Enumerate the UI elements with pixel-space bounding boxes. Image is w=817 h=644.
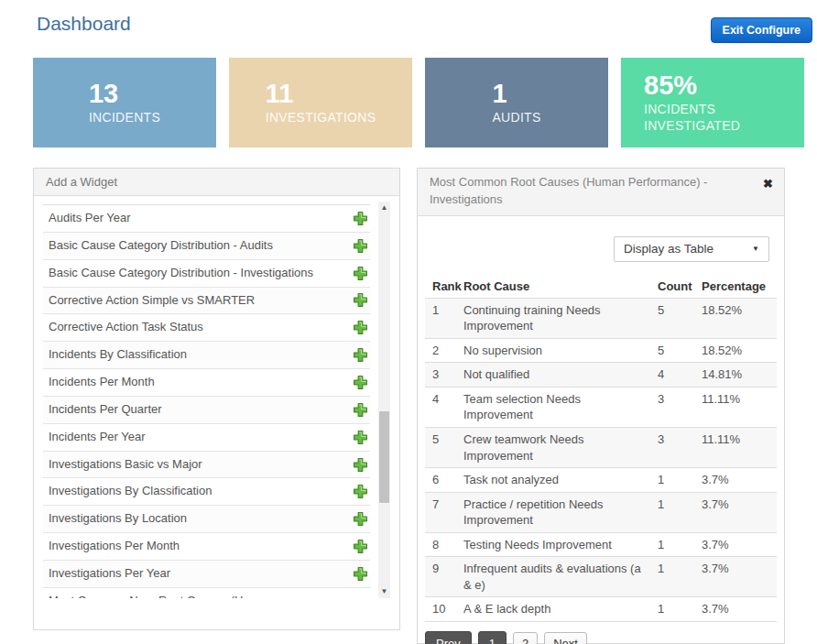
cell-count: 1 [654,468,698,493]
page-title: Dashboard [37,13,131,35]
cell-rank: 6 [425,468,460,493]
column-header-cause: Root Cause [460,275,654,299]
plus-icon[interactable] [353,292,368,308]
widget-list-item: Investigations Basic vs Major [43,452,370,479]
root-causes-panel-body: Display as Table ▼ RankRoot CauseCountPe… [418,216,784,644]
table-row: 1Continuing training Needs Improvement51… [425,298,777,338]
pagination-page-2-button[interactable]: 2 [513,632,538,644]
dropdown-arrow-icon: ▼ [752,245,759,253]
table-row: 5Crew teamwork Needs Improvement311.11% [425,427,777,467]
cell-cause: Team selection Needs Improvement [460,387,654,427]
plus-icon[interactable] [353,539,368,554]
widget-list-item-label: Basic Cause Category Distribution - Inve… [49,265,321,282]
widget-list-item-label: Investigations Per Month [49,538,187,555]
cell-rank: 9 [425,557,460,597]
table-row: 4Team selection Needs Improvement311.11% [425,387,777,427]
cell-pct: 3.7% [698,468,777,493]
cell-rank: 5 [425,427,460,467]
cell-count: 4 [654,363,698,387]
table-row: 2No supervision518.52% [425,338,777,363]
widget-list: Audits Per YearBasic Cause Category Dist… [43,202,370,598]
cell-cause: Task not analyzed [460,468,654,493]
stat-card-content: 11INVESTIGATIONS [266,80,376,126]
widget-list-item: Basic Cause Category Distribution - Inve… [43,260,370,288]
cell-count: 1 [654,597,698,622]
widget-list-item: Investigations Per Month [43,533,370,561]
widget-list-item: Investigations By Classification [43,478,370,506]
cell-pct: 18.52% [698,298,777,338]
close-icon[interactable]: ✖ [763,176,773,193]
widget-list-item: Incidents By Classification [43,342,370,369]
cell-rank: 4 [425,387,460,427]
plus-icon[interactable] [353,320,368,335]
cell-rank: 10 [425,597,460,622]
cell-count: 1 [654,532,698,557]
column-header-count: Count [654,275,698,299]
widget-list-item-label: Corrective Action Simple vs SMARTER [49,292,262,310]
stat-cards: 13INCIDENTS11INVESTIGATIONS1AUDITS85%INC… [33,58,804,147]
widget-list-item-label: Basic Cause Category Distribution - Audi… [49,237,280,255]
widget-list-item: Audits Per Year [43,205,370,233]
scroll-down-icon[interactable]: ▼ [378,585,390,598]
widget-list-item-label: Investigations By Classification [49,483,219,500]
stat-label: INCIDENTS [89,109,160,126]
plus-icon[interactable] [353,430,368,445]
exit-configure-button[interactable]: Exit Configure [711,17,812,43]
widget-list-item-label: Audits Per Year [49,210,138,227]
widget-list-item-label: Most Common Near Root Causes (Human Perf… [49,593,353,598]
cell-count: 3 [654,387,698,427]
display-mode-select[interactable]: Display as Table ▼ [614,236,769,262]
table-row: 10A & E lack depth13.7% [425,597,777,622]
cell-rank: 7 [425,492,460,532]
pagination-page-1-button[interactable]: 1 [478,631,507,644]
plus-icon[interactable] [353,566,368,582]
widget-list-item: Corrective Action Task Status [43,314,370,342]
widget-list-item: Incidents Per Month [43,369,370,397]
add-widget-panel-title: Add a Widget [46,175,117,189]
table-row: 7Practice / repetition Needs Improvement… [425,492,777,532]
pagination-prev-button[interactable]: Prev [425,631,472,644]
cell-count: 5 [654,338,698,363]
cell-count: 3 [654,427,698,467]
scrollbar-thumb[interactable] [379,411,389,503]
plus-icon[interactable] [353,238,368,254]
cell-rank: 8 [425,532,460,557]
plus-icon[interactable] [353,457,368,473]
stat-value: 11 [266,80,376,107]
widget-list-item-label: Incidents Per Year [49,429,153,446]
cell-pct: 11.11% [698,387,777,427]
widget-list-item-label: Investigations Basic vs Major [49,456,210,474]
scrollbar-track[interactable] [378,214,390,585]
display-mode-selected-value: Display as Table [624,242,714,256]
widget-list-scrollbar[interactable]: ▲ ▼ [378,202,390,598]
cell-pct: 3.7% [698,557,777,597]
plus-icon[interactable] [353,375,368,390]
widget-list-item-label: Corrective Action Task Status [49,319,211,336]
cell-count: 1 [654,557,698,597]
stat-value: 13 [89,80,160,107]
plus-icon[interactable] [353,484,368,499]
pagination-next-button[interactable]: Next [544,632,587,644]
table-row: 9Infrequent audits & evaluations (a & e)… [425,557,777,597]
cell-cause: Not qualified [460,363,654,387]
stat-label: INCIDENTS INVESTIGATED [644,101,781,134]
plus-icon[interactable] [353,347,368,363]
plus-icon[interactable] [353,402,368,418]
pagination: Prev12Next [425,631,777,644]
plus-icon[interactable] [353,266,368,281]
cell-rank: 2 [425,338,460,363]
widget-list-item: Most Common Near Root Causes (Human Perf… [43,588,370,598]
cell-cause: Testing Needs Improvement [460,532,654,557]
stat-card-incidents-investigated: 85%INCIDENTS INVESTIGATED [621,58,804,147]
widget-list-viewport: Audits Per YearBasic Cause Category Dist… [43,202,390,598]
plus-icon[interactable] [353,211,368,226]
scroll-up-icon[interactable]: ▲ [378,202,390,214]
plus-icon[interactable] [353,511,368,527]
cell-pct: 3.7% [698,597,777,622]
column-header-rank: Rank [425,275,460,299]
root-causes-table: RankRoot CauseCountPercentage 1Continuin… [425,275,777,622]
root-causes-panel-title: Most Common Root Causes (Human Performan… [430,174,723,209]
add-widget-panel-header: Add a Widget [34,169,399,196]
cell-pct: 11.11% [698,427,777,467]
cell-pct: 18.52% [698,338,777,363]
